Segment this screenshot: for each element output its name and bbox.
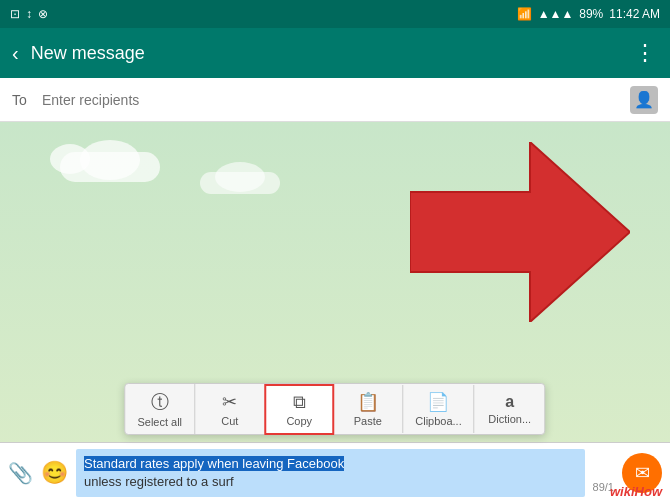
dictionary-button[interactable]: a Diction... — [475, 387, 545, 431]
send-icon: ✉ — [635, 462, 650, 484]
emoji-button[interactable]: 😊 — [41, 460, 68, 486]
dictionary-icon: a — [505, 393, 514, 411]
text-input-area: 📎 😊 Standard rates apply when leaving Fa… — [0, 442, 670, 503]
notification-icon: ⊡ — [10, 7, 20, 21]
status-left-icons: ⊡ ↕ ⊗ — [10, 7, 48, 21]
select-all-icon: ⓣ — [151, 390, 169, 414]
signal-bars-icon: ▲▲▲ — [538, 7, 574, 21]
normal-text: unless registered to a surf — [84, 474, 234, 489]
cloud-3 — [50, 144, 90, 174]
copy-label: Copy — [286, 415, 312, 427]
message-area: ⓣ Select all ✂ Cut ⧉ Copy 📋 Paste 📄 Clip… — [0, 122, 670, 503]
selected-text: Standard rates apply when leaving Facebo… — [84, 456, 344, 471]
cut-button[interactable]: ✂ Cut — [195, 385, 265, 433]
paste-label: Paste — [354, 415, 382, 427]
recipients-input[interactable] — [42, 92, 630, 108]
paste-button[interactable]: 📋 Paste — [333, 385, 403, 433]
back-button[interactable]: ‹ — [12, 42, 19, 65]
select-all-label: Select all — [137, 416, 182, 428]
cloud-5 — [215, 162, 265, 192]
attach-button[interactable]: 📎 — [8, 461, 33, 485]
text-toolbar: ⓣ Select all ✂ Cut ⧉ Copy 📋 Paste 📄 Clip… — [124, 383, 545, 435]
to-label: To — [12, 92, 32, 108]
cut-icon: ✂ — [222, 391, 237, 413]
page-title: New message — [31, 43, 634, 64]
status-bar: ⊡ ↕ ⊗ 📶 ▲▲▲ 89% 11:42 AM — [0, 0, 670, 28]
clipboard-label: Clipboa... — [415, 415, 461, 427]
how-suffix: How — [635, 484, 662, 499]
clipboard-icon: 📄 — [427, 391, 449, 413]
dictionary-label: Diction... — [488, 413, 531, 425]
wikihow-watermark: wikiHow — [610, 484, 662, 499]
more-options-button[interactable]: ⋮ — [634, 40, 658, 66]
paste-icon: 📋 — [357, 391, 379, 413]
svg-marker-0 — [410, 142, 630, 322]
red-arrow-indicator — [410, 142, 630, 322]
person-icon: 👤 — [634, 90, 654, 109]
select-all-button[interactable]: ⓣ Select all — [125, 384, 195, 434]
copy-button[interactable]: ⧉ Copy — [264, 384, 334, 435]
alert-icon: ⊗ — [38, 7, 48, 21]
message-textbox[interactable]: Standard rates apply when leaving Facebo… — [76, 449, 585, 497]
battery-level: 89% — [579, 7, 603, 21]
wifi-icon: 📶 — [517, 7, 532, 21]
status-right-icons: 📶 ▲▲▲ 89% 11:42 AM — [517, 7, 660, 21]
copy-icon: ⧉ — [293, 392, 306, 413]
app-bar: ‹ New message ⋮ — [0, 28, 670, 78]
cut-label: Cut — [221, 415, 238, 427]
add-contact-button[interactable]: 👤 — [630, 86, 658, 114]
to-row: To 👤 — [0, 78, 670, 122]
clock: 11:42 AM — [609, 7, 660, 21]
signal-icon: ↕ — [26, 7, 32, 21]
wiki-prefix: wiki — [610, 484, 635, 499]
clipboard-button[interactable]: 📄 Clipboa... — [403, 385, 474, 433]
